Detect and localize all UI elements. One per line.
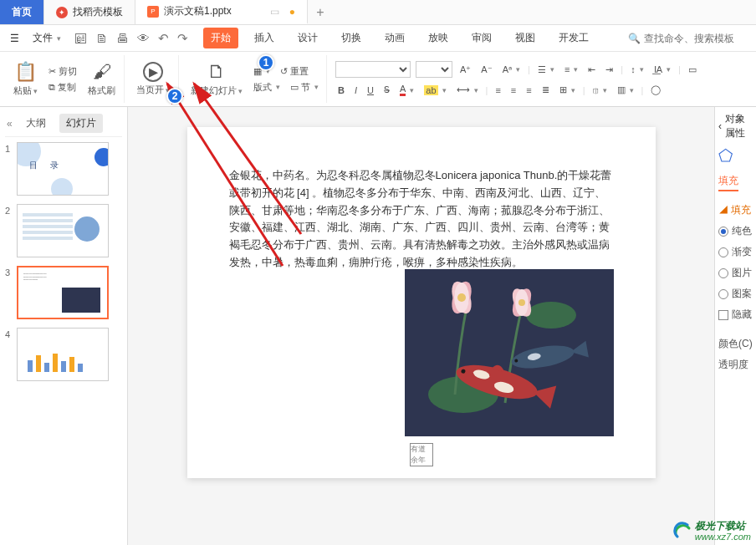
align-justify-icon[interactable]: ≣ <box>539 84 552 96</box>
search-input[interactable] <box>644 33 744 44</box>
redo-icon[interactable]: ↷ <box>177 31 188 46</box>
search-icon: 🔍 <box>628 33 641 44</box>
decrease-font-icon[interactable]: A⁻ <box>478 64 494 76</box>
columns-icon[interactable]: ▥ <box>615 84 636 96</box>
ribbon-tab-transition[interactable]: 切换 <box>334 28 369 48</box>
daoke-icon: ✦ <box>56 7 68 18</box>
cut-button[interactable]: ✂剪切 <box>46 64 79 79</box>
file-menu[interactable]: 文件 <box>26 29 68 47</box>
slide-canvas[interactable]: 金银花，中药名。为忍冬科忍冬属植物忍冬Lonicera japonica Thu… <box>128 107 714 545</box>
slides-group: 🗋 新建幻灯片 ▦ ↺重置 版式 ▭节 <box>182 55 327 103</box>
number-list-icon[interactable]: ≡ <box>562 64 580 75</box>
section-button[interactable]: ▭节 <box>288 80 321 94</box>
print-icon[interactable]: 🖶 <box>116 31 129 46</box>
italic-icon[interactable]: I <box>352 84 360 96</box>
fill-picture-radio[interactable]: 图片 <box>718 266 753 280</box>
char-spacing-icon[interactable]: ⟷ <box>454 84 481 96</box>
ribbon-tab-insert[interactable]: 插入 <box>247 28 282 48</box>
undo-icon[interactable]: ↶ <box>158 31 169 46</box>
text-direction-icon[interactable]: I͟A <box>651 64 673 76</box>
ribbon-tab-slideshow[interactable]: 放映 <box>421 28 456 48</box>
font-paragraph-group: A⁺ A⁻ Aᵃ | ☰ ≡ ⇤ ⇥ | ↕ I͟A | ▭ B I U S̶ … <box>330 55 751 103</box>
decrease-indent-icon[interactable]: ⇤ <box>585 64 598 76</box>
print-preview-icon[interactable]: 👁 <box>137 31 150 46</box>
ribbon-tab-strip: 开始 插入 设计 切换 动画 放映 审阅 视图 开发工 <box>203 28 596 48</box>
line-spacing-icon[interactable]: ↕ <box>628 64 646 75</box>
align-left-icon[interactable]: ≡ <box>493 84 503 96</box>
new-slide-icon: 🗋 <box>207 61 226 83</box>
chevron-left-icon[interactable]: ‹ <box>718 120 722 132</box>
fill-gradient-radio[interactable]: 渐变 <box>718 245 753 259</box>
properties-header[interactable]: ‹ 对象属性 <box>718 112 753 140</box>
highlight-icon[interactable]: ab <box>421 84 448 96</box>
ribbon-tab-animation[interactable]: 动画 <box>377 28 412 48</box>
thumb-number: 3 <box>5 266 13 278</box>
font-color-icon[interactable]: A <box>397 83 416 97</box>
ribbon-tab-developer[interactable]: 开发工 <box>551 28 596 48</box>
thumb-2[interactable]: 2 <box>5 204 122 257</box>
section-icon: ▭ <box>290 82 299 93</box>
clipboard-group: 📋 粘贴 ✂剪切 ⧉复制 🖌 格式刷 <box>5 55 125 103</box>
properties-panel: ‹ 对象属性 ⬠ 填充 ◢ 填充 纯色 渐变 图片 图案 隐藏 颜色(C) 透明… <box>714 107 756 545</box>
slide-thumbnail-panel: « 大纲 幻灯片 1 目 录 2 3 ▪▪▪▪▪▪▪▪▪▪▪▪▪▪▪▪▪▪▪▪▪… <box>0 107 128 545</box>
ribbon-tab-view[interactable]: 视图 <box>508 28 543 48</box>
ribbon-toolbar: 📋 粘贴 ✂剪切 ⧉复制 🖌 格式刷 ▸ 当页开 🗋 新建幻灯片 <box>0 52 756 107</box>
fill-tab[interactable]: 填充 <box>718 174 738 191</box>
slide-body-text[interactable]: 金银花，中药名。为忍冬科忍冬属植物忍冬Lonicera japonica Thu… <box>229 167 614 272</box>
fill-pattern-radio[interactable]: 图案 <box>718 287 753 301</box>
slides-tab[interactable]: 幻灯片 <box>59 114 103 133</box>
outline-tab[interactable]: 大纲 <box>19 114 53 133</box>
text-align-vert-icon[interactable]: ⎅ <box>590 84 610 96</box>
reset-icon: ↺ <box>280 66 288 77</box>
font-size-select[interactable] <box>416 61 452 78</box>
new-tab-button[interactable]: + <box>308 0 333 24</box>
align-more-icon[interactable]: ⊞ <box>557 84 578 96</box>
new-slide-button[interactable]: 🗋 新建幻灯片 <box>187 61 246 97</box>
save-icon[interactable]: 🗟 <box>74 31 87 46</box>
bullet-list-icon[interactable]: ☰ <box>535 64 557 76</box>
body-area: « 大纲 幻灯片 1 目 录 2 3 ▪▪▪▪▪▪▪▪▪▪▪▪▪▪▪▪▪▪▪▪▪… <box>0 107 756 545</box>
document-tab[interactable]: P 演示文稿1.pptx ▭ ● <box>135 0 308 24</box>
ribbon-tab-design[interactable]: 设计 <box>290 28 325 48</box>
copy-icon: ⧉ <box>49 82 55 93</box>
thumb-3[interactable]: 3 ▪▪▪▪▪▪▪▪▪▪▪▪▪▪▪▪▪▪▪▪▪▪▪▪▪▪▪▪▪▪▪▪▪▪▪▪▪▪… <box>5 266 122 319</box>
font-family-select[interactable] <box>335 61 411 78</box>
bold-icon[interactable]: B <box>335 84 347 96</box>
current-slide[interactable]: 金银花，中药名。为忍冬科忍冬属植物忍冬Lonicera japonica Thu… <box>187 127 656 478</box>
thumb-number: 1 <box>5 142 13 154</box>
underline-icon[interactable]: U <box>365 84 376 96</box>
align-right-icon[interactable]: ≡ <box>524 84 534 96</box>
template-tab[interactable]: ✦ 找稻壳模板 <box>44 0 135 24</box>
app-menu-icon[interactable]: ☰ <box>5 33 24 44</box>
ribbon-tab-start[interactable]: 开始 <box>203 28 238 48</box>
panel-collapse-icon[interactable]: « <box>7 118 13 130</box>
paste-button[interactable]: 📋 粘贴 <box>10 61 41 97</box>
scissors-icon: ✂ <box>49 66 56 77</box>
shape-icon[interactable]: ⬠ <box>718 145 753 166</box>
slide-image[interactable] <box>405 269 614 436</box>
command-search[interactable]: 🔍 <box>628 33 751 44</box>
thumb-4[interactable]: 4 <box>5 328 122 381</box>
strike-icon[interactable]: S̶ <box>381 84 392 96</box>
tab-menu-icon[interactable]: ▭ <box>270 6 279 18</box>
align-center-icon[interactable]: ≡ <box>508 84 518 96</box>
fill-hide-check[interactable]: 隐藏 <box>718 308 753 322</box>
format-painter-button[interactable]: 🖌 格式刷 <box>84 61 119 97</box>
aurora-logo-icon <box>673 522 692 540</box>
home-tab[interactable]: 首页 <box>0 0 44 24</box>
watermark-url: www.xz7.com <box>695 532 751 542</box>
increase-indent-icon[interactable]: ⇥ <box>603 64 616 76</box>
fill-solid-radio[interactable]: 纯色 <box>718 224 753 238</box>
reset-button[interactable]: ↺重置 <box>278 64 311 79</box>
change-case-icon[interactable]: Aᵃ <box>500 64 523 76</box>
shape1-icon[interactable]: ▭ <box>686 64 699 76</box>
lotus-koi-illustration <box>405 269 614 436</box>
save-as-icon[interactable]: 🗎 <box>95 31 108 46</box>
layout-label[interactable]: 版式 <box>251 80 283 94</box>
ribbon-tab-review[interactable]: 审阅 <box>464 28 499 48</box>
copy-button[interactable]: ⧉复制 <box>46 80 79 94</box>
increase-font-icon[interactable]: A⁺ <box>457 64 473 76</box>
thumb-number: 2 <box>5 204 13 216</box>
shape2-icon[interactable]: ◯ <box>648 84 663 96</box>
thumb-1[interactable]: 1 目 录 <box>5 142 122 196</box>
